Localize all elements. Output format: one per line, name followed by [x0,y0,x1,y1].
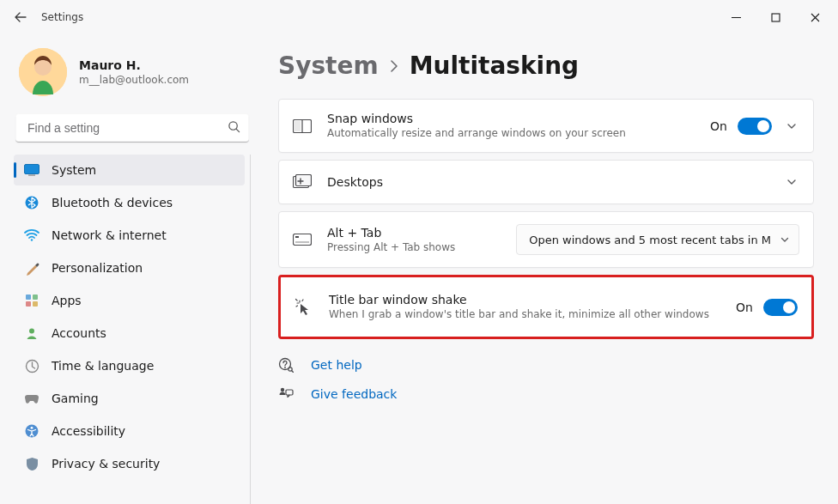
setting-title: Desktops [327,175,768,189]
sidebar-item-label: Personalization [52,261,143,275]
close-icon [811,13,820,22]
get-help-link[interactable]: Get help [278,355,814,375]
svg-rect-19 [296,175,312,186]
shake-toggle[interactable]: On [736,299,798,316]
chevron-right-icon [389,59,399,76]
breadcrumb: System Multitasking [278,52,814,80]
highlight-box: Title bar window shake When I grab a win… [278,275,814,339]
sidebar-item-gaming[interactable]: Gaming [14,383,245,414]
nav: System Bluetooth & devices Network & int… [14,155,251,504]
svg-rect-22 [295,241,309,243]
maximize-icon [771,13,780,22]
help-icon [278,357,297,373]
alttab-icon [293,230,312,249]
search-box [15,113,249,143]
svg-point-7 [31,239,33,240]
window-title: Settings [41,11,83,23]
give-feedback-link[interactable]: Give feedback [278,384,814,404]
maximize-button[interactable] [756,3,795,31]
toggle-switch-icon [738,118,772,135]
sidebar-item-bluetooth[interactable]: Bluetooth & devices [14,187,245,218]
sidebar: Mauro H. m__lab@outlook.com [0,34,258,504]
system-icon [24,162,39,178]
svg-rect-4 [25,165,39,174]
search-input[interactable] [15,113,249,143]
sidebar-item-label: Bluetooth & devices [52,196,173,209]
profile-block[interactable]: Mauro H. m__lab@outlook.com [14,38,251,112]
svg-rect-27 [286,390,293,395]
sidebar-item-label: Network & internet [52,228,167,242]
svg-rect-8 [26,295,31,300]
user-email: m__lab@outlook.com [79,74,189,86]
svg-point-15 [31,427,33,429]
sidebar-item-privacy[interactable]: Privacy & security [14,448,245,479]
svg-rect-5 [28,175,35,176]
desktops-icon [293,173,312,191]
accessibility-icon [24,423,39,439]
page-title: Multitasking [410,52,580,80]
sidebar-item-accessibility[interactable]: Accessibility [14,416,245,446]
snap-icon [293,117,312,136]
alttab-dropdown[interactable]: Open windows and 5 most recent tabs in M [516,224,799,255]
toggle-label: On [710,119,727,133]
user-name: Mauro H. [79,58,189,72]
breadcrumb-parent[interactable]: System [278,52,379,80]
toggle-label: On [736,301,753,314]
arrow-left-icon [14,10,27,24]
avatar [19,48,67,96]
chevron-down-icon [780,234,790,245]
svg-point-12 [29,329,34,334]
svg-point-26 [281,388,284,392]
gamepad-icon [24,391,39,406]
titlebar: Settings [0,0,838,34]
back-button[interactable] [3,0,38,34]
expand-button[interactable] [784,120,799,132]
sidebar-item-system[interactable]: System [14,155,245,185]
setting-card-alttab[interactable]: Alt + Tab Pressing Alt + Tab shows Open … [278,211,814,268]
sidebar-item-network[interactable]: Network & internet [14,220,245,251]
svg-rect-17 [295,121,301,131]
help-links: Get help Give feedback [278,355,814,404]
svg-rect-9 [33,295,38,300]
link-label: Get help [311,358,362,372]
sidebar-item-label: Apps [52,294,82,307]
setting-subtitle: Pressing Alt + Tab shows [327,240,501,254]
content: System Multitasking Snap windows Automat… [258,34,838,504]
svg-point-24 [284,367,286,368]
setting-subtitle: Automatically resize and arrange windows… [327,126,695,140]
setting-title: Snap windows [327,112,695,125]
expand-button[interactable] [784,176,799,188]
minimize-button[interactable] [716,3,756,31]
sidebar-item-label: Accessibility [52,424,125,438]
sidebar-item-label: Privacy & security [52,457,160,471]
setting-card-desktops[interactable]: Desktops [278,160,814,204]
sidebar-item-personalization[interactable]: Personalization [14,252,245,283]
close-button[interactable] [795,3,835,31]
svg-rect-20 [294,234,312,246]
toggle-switch-icon [763,299,798,316]
setting-subtitle: When I grab a window's title bar and sha… [329,307,720,321]
svg-point-3 [229,122,237,130]
snap-toggle[interactable]: On [710,118,772,135]
sidebar-item-accounts[interactable]: Accounts [14,318,245,349]
cursor-shake-icon [295,298,313,317]
person-icon [24,325,39,341]
sidebar-item-apps[interactable]: Apps [14,285,245,316]
sidebar-item-label: Gaming [52,392,99,405]
svg-rect-11 [33,301,38,307]
setting-card-snap[interactable]: Snap windows Automatically resize and ar… [278,99,814,153]
setting-title: Alt + Tab [327,226,501,240]
svg-rect-0 [772,14,780,21]
search-icon [228,120,240,136]
svg-rect-21 [295,236,299,238]
svg-rect-10 [26,301,31,307]
sidebar-item-label: Accounts [52,326,106,340]
sidebar-item-time[interactable]: Time & language [14,350,245,381]
setting-card-shake[interactable]: Title bar window shake When I grab a win… [281,277,811,337]
sidebar-item-label: System [52,163,96,177]
shield-icon [24,456,39,471]
chevron-down-icon [786,176,798,188]
bluetooth-icon [24,195,39,210]
link-label: Give feedback [311,387,397,401]
sidebar-item-label: Time & language [52,359,154,373]
